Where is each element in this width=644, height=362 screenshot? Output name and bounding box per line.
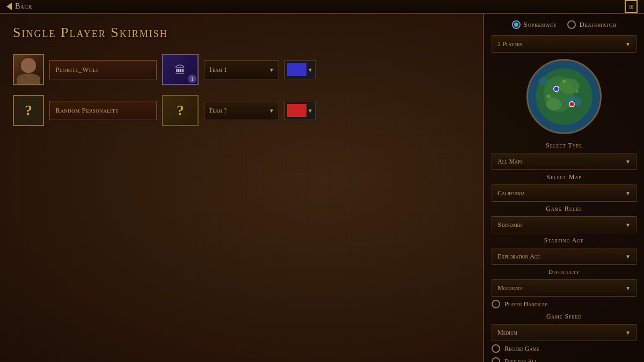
player1-color-swatch: [287, 63, 306, 76]
map-name-arrow: ▼: [625, 190, 631, 196]
difficulty-arrow: ▼: [625, 285, 631, 291]
back-arrow-icon: [6, 3, 12, 10]
player-handicap-row: Player Handicap: [492, 299, 636, 309]
supremacy-radio-fill: [514, 23, 518, 27]
supremacy-radio[interactable]: [512, 20, 521, 29]
record-game-row: Record Game: [492, 343, 636, 354]
deathmatch-mode[interactable]: Deathmatch: [567, 20, 616, 29]
player1-avatar-img: [14, 55, 43, 84]
player2-name[interactable]: Random Personality: [49, 101, 157, 120]
back-label: Back: [15, 2, 32, 11]
player1-color-select[interactable]: ▼: [284, 60, 316, 79]
game-speed-label: Game Speed: [492, 313, 636, 321]
left-panel: Single Player Skirmish Plokite_Wolf 🏛 1 …: [0, 14, 483, 362]
right-panel: Supremacy Deathmatch 2 Players ▼: [483, 14, 644, 362]
civ1-buildings-icon: 🏛: [175, 64, 186, 76]
map-type-dropdown[interactable]: All Maps ▼: [492, 153, 636, 170]
map-thumbnail[interactable]: [526, 59, 602, 134]
content-area: Single Player Skirmish Plokite_Wolf 🏛 1 …: [0, 14, 644, 362]
starting-age-arrow: ▼: [625, 254, 631, 260]
player2-civ-icon[interactable]: ?: [162, 95, 199, 126]
player-row-2: ? Random Personality ? Team ? ▼ ▼: [13, 94, 470, 127]
player2-avatar-img: ?: [14, 96, 43, 125]
civ2-question-icon: ?: [177, 102, 184, 119]
player-handicap-radio[interactable]: [492, 300, 500, 308]
game-rules-arrow: ▼: [625, 222, 631, 228]
free-for-all-label: Free for All: [504, 358, 537, 363]
game-rules-dropdown[interactable]: Standard ▼: [492, 216, 636, 233]
player2-color-select[interactable]: ▼: [284, 101, 316, 120]
map-type-value: All Maps: [497, 158, 523, 166]
game-rules-value: Standard: [497, 221, 522, 229]
color2-dropdown-arrow: ▼: [308, 108, 313, 114]
svg-point-10: [546, 94, 551, 99]
supremacy-mode[interactable]: Supremacy: [512, 20, 557, 29]
player1-civ-badge: 1: [188, 75, 196, 83]
map-svg: [528, 61, 600, 132]
svg-point-4: [546, 98, 562, 110]
player2-color-swatch: [287, 104, 306, 117]
team2-dropdown-arrow: ▼: [269, 108, 274, 114]
svg-point-6: [538, 77, 548, 85]
player-count-label: 2 Players: [497, 40, 522, 48]
starting-age-dropdown[interactable]: Exploration Age ▼: [492, 248, 636, 265]
game-speed-dropdown[interactable]: Medium ▼: [492, 324, 636, 341]
free-for-all-row: Free for All: [492, 356, 636, 362]
corner-icon: ⊞: [625, 0, 638, 13]
player1-team-label: Team 1: [209, 66, 227, 74]
supremacy-label: Supremacy: [524, 20, 557, 29]
game-speed-arrow: ▼: [625, 330, 631, 336]
map-name-value: California: [497, 189, 525, 197]
select-map-label: Select Map: [492, 173, 636, 181]
svg-point-9: [562, 79, 566, 83]
player1-name[interactable]: Plokite_Wolf: [49, 60, 157, 79]
player1-civ-icon[interactable]: 🏛 1: [162, 54, 199, 85]
record-game-label: Record Game: [504, 345, 539, 353]
free-for-all-radio[interactable]: [492, 357, 500, 362]
svg-point-7: [554, 86, 559, 92]
top-bar: Back ⊞: [0, 0, 644, 14]
map-name-dropdown[interactable]: California ▼: [492, 184, 636, 202]
team1-dropdown-arrow: ▼: [269, 67, 274, 73]
starting-age-value: Exploration Age: [497, 253, 540, 261]
main-container: Back ⊞ Single Player Skirmish Plokite_Wo…: [0, 0, 644, 362]
deathmatch-label: Deathmatch: [579, 20, 616, 29]
game-rules-label: Game Rules: [492, 205, 636, 213]
svg-point-11: [575, 90, 579, 93]
svg-point-8: [569, 102, 575, 107]
deathmatch-radio[interactable]: [567, 20, 576, 29]
difficulty-value: Moderate: [497, 284, 523, 292]
player1-avatar[interactable]: [13, 54, 44, 85]
record-game-radio[interactable]: [492, 344, 500, 353]
game-speed-value: Medium: [497, 329, 517, 337]
player-handicap-label: Player Handicap: [504, 300, 547, 308]
player-count-arrow: ▼: [625, 41, 631, 47]
player-row-1: Plokite_Wolf 🏛 1 Team 1 ▼ ▼: [13, 54, 470, 86]
difficulty-label: Difficulty: [492, 268, 636, 276]
player1-team-select[interactable]: Team 1 ▼: [204, 60, 279, 79]
player2-avatar[interactable]: ?: [13, 95, 44, 126]
select-type-label: Select Type: [492, 142, 636, 150]
back-button[interactable]: Back: [6, 2, 32, 11]
player2-team-label: Team ?: [209, 107, 226, 115]
player2-team-select[interactable]: Team ? ▼: [204, 101, 279, 120]
map-type-arrow: ▼: [625, 159, 631, 165]
page-title: Single Player Skirmish: [13, 25, 470, 41]
difficulty-dropdown[interactable]: Moderate ▼: [492, 279, 636, 297]
player-count-dropdown[interactable]: 2 Players ▼: [492, 35, 636, 53]
color1-dropdown-arrow: ▼: [308, 67, 313, 73]
mode-row: Supremacy Deathmatch: [492, 20, 636, 29]
starting-age-label: Starting Age: [492, 237, 636, 245]
